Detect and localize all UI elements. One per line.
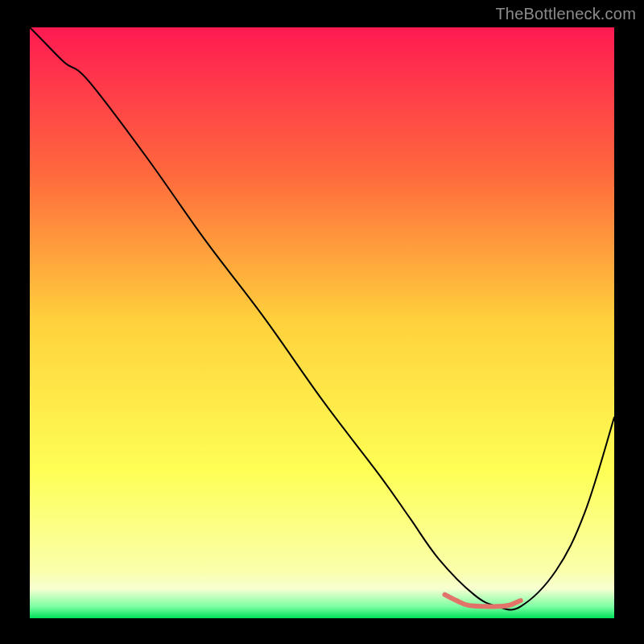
plot-background: [30, 27, 614, 618]
bottleneck-chart: [0, 0, 644, 644]
chart-frame: TheBottleneck.com: [0, 0, 644, 644]
attribution-label: TheBottleneck.com: [495, 5, 636, 23]
